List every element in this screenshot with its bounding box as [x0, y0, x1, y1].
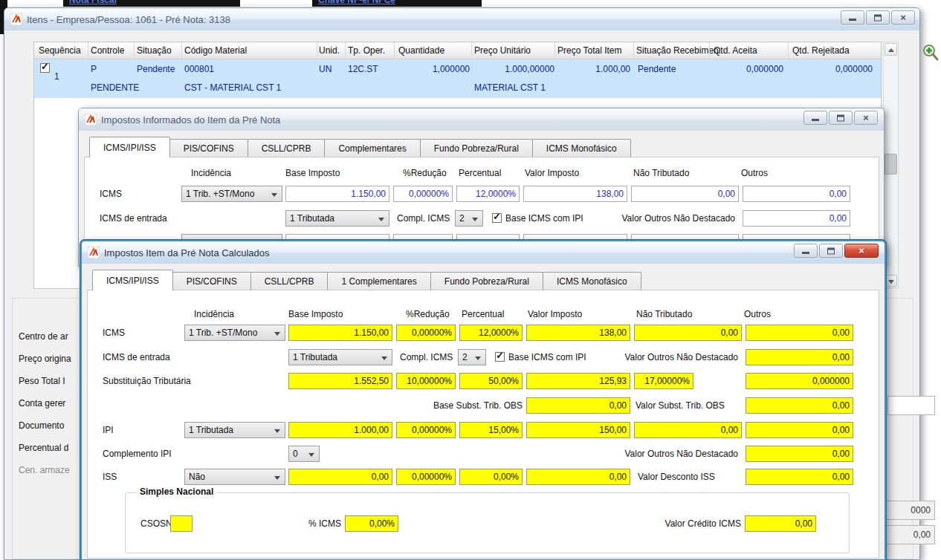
- col-preco-total-item[interactable]: Preço Total Item: [557, 45, 621, 56]
- iss-base-field[interactable]: 0,00: [288, 469, 392, 485]
- table-row[interactable]: ✓ 1 P Pendente 000801 UN 12C.ST 1,000000…: [34, 59, 881, 98]
- pct-icms-field[interactable]: 0,00%: [345, 515, 398, 532]
- itens-titlebar[interactable]: Itens - Empresa/Pessoa: 1061 - Pré Nota:…: [4, 8, 919, 30]
- valor-outros-nao-destacado-field[interactable]: 0,00: [743, 210, 850, 227]
- tab-pis-cofins[interactable]: PIS/COFINS: [172, 272, 251, 290]
- cell-linha2-controle: PENDENTE: [91, 82, 139, 93]
- col-controle[interactable]: Controle: [91, 45, 124, 56]
- icms-nao-tributado-field[interactable]: 0,00: [634, 325, 742, 341]
- icms-incidencia-dropdown[interactable]: 1 Trib. +ST/Mono: [181, 186, 282, 202]
- icms-entrada-dropdown[interactable]: 1 Tributada: [288, 349, 392, 365]
- close-button[interactable]: ×: [844, 244, 879, 258]
- icms-reducao-field[interactable]: 0,00000%: [393, 186, 453, 202]
- ipi-percentual-field[interactable]: 15,00%: [459, 422, 523, 438]
- tab-pis-cofins[interactable]: PIS/COFINS: [169, 139, 248, 157]
- icms-percentual-field[interactable]: 12,0000%: [456, 186, 520, 202]
- icms-entrada-dropdown[interactable]: 1 Tributada: [285, 210, 389, 227]
- col-qtd-aceita[interactable]: Qtd. Aceita: [714, 45, 757, 56]
- scroll-down-button[interactable]: [885, 275, 897, 287]
- iss-reducao-field[interactable]: 0,00000%: [396, 469, 456, 485]
- col-preco-unitario[interactable]: Preço Unitário: [474, 45, 531, 56]
- cell-sequencia: 1: [54, 71, 59, 82]
- tab-icms-monofasico[interactable]: ICMS Monofásico: [532, 139, 631, 157]
- base-icms-ipi-checkbox[interactable]: ✓: [495, 352, 505, 362]
- valor-credito-icms-field[interactable]: 0,00: [745, 515, 816, 532]
- col-tp-oper[interactable]: Tp. Oper.: [348, 45, 385, 56]
- tab-complementares[interactable]: 1 Complementares: [327, 272, 430, 290]
- tab-csll-cprb[interactable]: CSLL/CPRB: [248, 139, 326, 157]
- zoom-search-button[interactable]: [922, 42, 940, 62]
- subst-valor-field[interactable]: 125,93: [526, 373, 630, 389]
- icms-valor-field[interactable]: 138,00: [523, 186, 627, 202]
- compl-icms-dropdown[interactable]: 2: [458, 349, 486, 365]
- header-nao-tributado: Não Tributado: [636, 308, 692, 320]
- icms-percentual-field[interactable]: 12,0000%: [459, 325, 523, 341]
- row-checkbox[interactable]: ✓: [40, 63, 50, 73]
- icms-nao-tributado-field[interactable]: 0,00: [631, 186, 739, 202]
- icms-entrada-label: ICMS de entrada: [100, 210, 167, 227]
- col-situacao-recebimen[interactable]: Situação Recebimen.: [636, 45, 721, 56]
- calculados-window-buttons: ×: [794, 244, 879, 258]
- tab-csll-cprb[interactable]: CSLL/CPRB: [250, 272, 329, 290]
- subst-reducao-field[interactable]: 10,00000%: [396, 373, 456, 389]
- maximize-button[interactable]: [866, 10, 890, 25]
- close-button[interactable]: ×: [854, 111, 878, 125]
- complemento-ipi-dropdown[interactable]: 0: [288, 446, 320, 462]
- scroll-up-button[interactable]: [885, 43, 897, 56]
- iss-valor-field[interactable]: 0,00: [526, 469, 630, 485]
- compl-icms-dropdown[interactable]: 2: [455, 210, 483, 227]
- minimize-button[interactable]: [841, 10, 864, 25]
- ipi-valor-field[interactable]: 150,00: [526, 422, 630, 438]
- subst-mva-field[interactable]: 17,00000%: [634, 373, 693, 389]
- col-quantidade[interactable]: Quantidade: [398, 45, 444, 56]
- subst-outros-field[interactable]: 0,000000: [746, 373, 853, 389]
- scroll-thumb[interactable]: [885, 154, 897, 175]
- tab-complementares[interactable]: Complementares: [324, 139, 420, 157]
- icms-reducao-field[interactable]: 0,00000%: [396, 325, 456, 341]
- screen: Nota Fiscal Chave NF-e/ NFCe Itens - Emp…: [0, 0, 941, 560]
- col-sequencia[interactable]: Sequência: [39, 45, 81, 56]
- subst-base-field[interactable]: 1.552,50: [288, 373, 392, 389]
- tab-fundo-pobreza[interactable]: Fundo Pobreza/Rural: [420, 139, 533, 157]
- ipi-nao-tributado-field[interactable]: 0,00: [634, 422, 742, 438]
- valor-subst-obs-field[interactable]: 0,00: [746, 397, 853, 414]
- ipi-valor-outros-field[interactable]: 0,00: [746, 446, 853, 462]
- valor-outros-nao-destacado-field[interactable]: 0,00: [746, 349, 853, 365]
- tab-icms-ipi-iss[interactable]: ICMS/IPI/ISS: [89, 137, 170, 157]
- maximize-button[interactable]: [819, 244, 843, 258]
- base-icms-ipi-checkbox[interactable]: ✓: [492, 213, 502, 223]
- icms-incidencia-dropdown[interactable]: 1 Trib. +ST/Mono: [184, 325, 285, 341]
- icms-base-field[interactable]: 1.150,00: [285, 186, 389, 202]
- cell-tp-oper: 12C.ST: [348, 64, 378, 74]
- iss-percentual-field[interactable]: 0,00%: [459, 469, 523, 485]
- window-title: Impostos Item da Pré Nota Calculados: [104, 247, 270, 258]
- valor-desconto-iss-field[interactable]: 0,00: [746, 469, 853, 485]
- tab-icms-monofasico[interactable]: ICMS Monofásico: [543, 272, 641, 290]
- header-reducao: %Redução: [403, 167, 447, 179]
- iss-incidencia-dropdown[interactable]: Não: [184, 469, 285, 485]
- icms-base-field[interactable]: 1.150,00: [288, 325, 392, 341]
- close-button[interactable]: ×: [891, 10, 915, 25]
- ipi-incidencia-dropdown[interactable]: 1 Tributada: [184, 422, 285, 438]
- minimize-button[interactable]: [794, 244, 818, 258]
- icms-outros-field[interactable]: 0,00: [743, 186, 850, 202]
- col-codigo-material[interactable]: Código Material: [184, 45, 247, 56]
- col-qtd-rejeitada[interactable]: Qtd. Rejeitada: [792, 45, 850, 56]
- ipi-outros-field[interactable]: 0,00: [746, 422, 853, 438]
- ipi-base-field[interactable]: 1.000,00: [288, 422, 392, 438]
- ipi-reducao-field[interactable]: 0,00000%: [396, 422, 456, 438]
- minimize-button[interactable]: [803, 111, 827, 125]
- tab-fundo-pobreza[interactable]: Fundo Pobreza/Rural: [430, 272, 543, 290]
- col-unid[interactable]: Unid.: [319, 45, 340, 56]
- subst-percentual-field[interactable]: 50,00%: [459, 373, 523, 389]
- csosn-field[interactable]: [170, 515, 193, 532]
- base-subst-obs-field[interactable]: 0,00: [526, 397, 630, 414]
- maximize-button[interactable]: [829, 111, 853, 125]
- icms-outros-field[interactable]: 0,00: [746, 325, 853, 341]
- tab-icms-ipi-iss[interactable]: ICMS/IPI/ISS: [92, 270, 173, 290]
- icms-valor-field[interactable]: 138,00: [526, 325, 630, 341]
- col-situacao[interactable]: Situação: [137, 45, 172, 56]
- informados-titlebar[interactable]: Impostos Informados do Item da Pré Nota: [79, 108, 884, 131]
- bottom-right-input[interactable]: [887, 396, 935, 415]
- calculados-titlebar[interactable]: Impostos Item da Pré Nota Calculados: [82, 241, 885, 264]
